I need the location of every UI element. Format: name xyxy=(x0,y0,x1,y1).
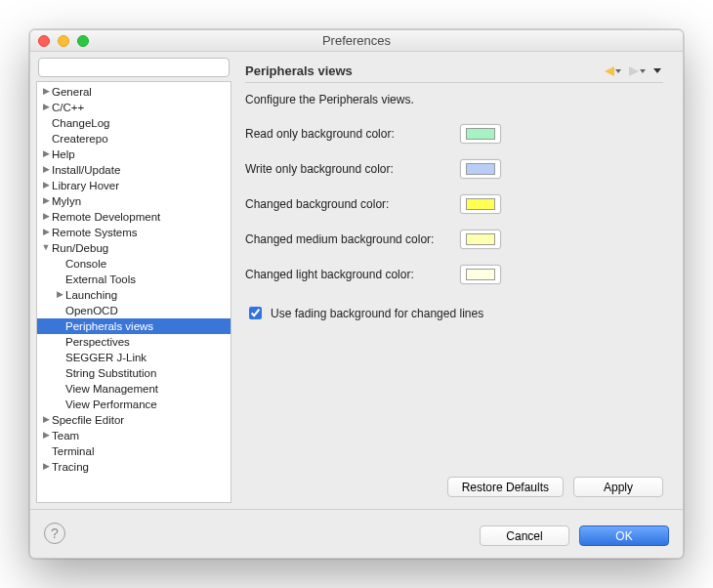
color-swatch-button[interactable] xyxy=(460,159,501,179)
content-panel: Peripherals views Configure th xyxy=(231,58,677,503)
color-swatch-button[interactable] xyxy=(460,124,501,144)
preference-tree[interactable]: ▶General▶C/C++ChangeLogCreaterepo▶Help▶I… xyxy=(36,81,231,503)
tree-item-label: View Performance xyxy=(64,399,157,410)
tree-item-label: Perspectives xyxy=(64,336,130,348)
disclosure-right-icon: ▶ xyxy=(41,102,51,111)
tree-item-label: Launching xyxy=(64,289,117,301)
disclosure-right-icon: ▶ xyxy=(41,195,51,205)
tree-item-label: Createrepo xyxy=(51,133,108,145)
tree-item[interactable]: ▶C/C++ xyxy=(37,100,231,115)
tree-item-label: Console xyxy=(64,258,106,270)
page-buttons: Restore Defaults Apply xyxy=(245,477,663,497)
tree-item[interactable]: SEGGER J-Link xyxy=(37,350,231,365)
tree-item[interactable]: String Substitution xyxy=(37,365,231,381)
tree-item[interactable]: OpenOCD xyxy=(37,303,231,318)
tree-item-label: Terminal xyxy=(51,445,94,457)
help-button[interactable]: ? xyxy=(44,523,65,544)
color-swatch-button[interactable] xyxy=(460,194,501,214)
tree-item[interactable]: ▶Specfile Editor xyxy=(37,412,231,428)
tree-item-label: General xyxy=(51,86,92,98)
ok-button[interactable]: OK xyxy=(579,525,669,546)
chevron-down-icon xyxy=(653,68,661,73)
tree-item[interactable]: Console xyxy=(37,256,231,272)
fading-checkbox[interactable] xyxy=(249,307,262,319)
titlebar: Preferences xyxy=(30,30,683,52)
chevron-down-icon xyxy=(615,69,621,73)
tree-item-label: Team xyxy=(51,430,79,441)
filter-input[interactable] xyxy=(38,58,230,77)
tree-item[interactable]: ChangeLog xyxy=(37,115,231,131)
disclosure-right-icon: ▶ xyxy=(41,86,51,96)
color-label: Changed background color: xyxy=(245,197,460,211)
page-title: Peripherals views xyxy=(245,63,353,78)
tree-item[interactable]: ▼Run/Debug xyxy=(37,240,231,256)
tree-item[interactable]: ▶Help xyxy=(37,147,231,162)
color-swatch xyxy=(466,163,495,175)
tree-item-label: Run/Debug xyxy=(51,242,108,254)
disclosure-right-icon: ▶ xyxy=(41,148,51,158)
chevron-down-icon xyxy=(640,69,646,73)
fading-checkbox-label[interactable]: Use fading background for changed lines xyxy=(271,307,483,320)
tree-item-label: ChangeLog xyxy=(51,117,109,129)
tree-item[interactable]: Createrepo xyxy=(37,131,231,147)
tree-item-label: C/C++ xyxy=(51,102,84,113)
tree-item-label: Library Hover xyxy=(51,180,119,191)
tree-item-label: String Substitution xyxy=(64,367,156,379)
color-swatch xyxy=(466,128,495,140)
tree-item[interactable]: View Performance xyxy=(37,397,231,412)
tree-item[interactable]: ▶General xyxy=(37,84,231,100)
tree-item[interactable]: ▶Mylyn xyxy=(37,193,231,209)
color-row: Changed medium background color: xyxy=(245,230,663,249)
tree-item-label: Help xyxy=(51,148,75,160)
tree-item-label: Mylyn xyxy=(51,195,81,207)
tree-item[interactable]: ▶Library Hover xyxy=(37,178,231,193)
color-label: Write only background color: xyxy=(245,162,460,176)
body: × ▶General▶C/C++ChangeLogCreaterepo▶Help… xyxy=(30,52,683,509)
tree-item[interactable]: ▶Team xyxy=(37,428,231,443)
disclosure-right-icon: ▶ xyxy=(41,461,51,471)
tree-item[interactable]: ▶Remote Development xyxy=(37,209,231,225)
color-row: Changed background color: xyxy=(245,194,663,214)
color-label: Changed light background color: xyxy=(245,268,460,281)
page-description: Configure the Peripherals views. xyxy=(245,93,663,106)
fading-checkbox-row: Use fading background for changed lines xyxy=(245,304,663,322)
tree-item-label: External Tools xyxy=(64,273,136,285)
color-swatch-button[interactable] xyxy=(460,265,501,284)
color-swatch xyxy=(466,233,495,245)
back-button[interactable] xyxy=(603,64,623,78)
tree-item[interactable]: ▶Launching xyxy=(37,287,231,303)
forward-button[interactable] xyxy=(627,64,648,78)
tree-item[interactable]: Peripherals views xyxy=(37,318,231,334)
divider xyxy=(245,82,663,83)
color-swatch xyxy=(466,269,495,280)
content-header: Peripherals views xyxy=(245,63,663,82)
disclosure-right-icon: ▶ xyxy=(41,414,51,424)
color-rows: Read only background color:Write only ba… xyxy=(245,124,663,300)
tree-item-label: Install/Update xyxy=(51,164,120,176)
disclosure-right-icon: ▶ xyxy=(41,180,51,189)
tree-item-label: Remote Systems xyxy=(51,227,138,238)
apply-button[interactable]: Apply xyxy=(573,477,663,497)
tree-item[interactable]: View Management xyxy=(37,381,231,397)
footer: ? Cancel OK xyxy=(30,509,683,558)
arrow-left-icon xyxy=(605,66,614,76)
cancel-button[interactable]: Cancel xyxy=(480,525,569,546)
tree-item[interactable]: ▶Remote Systems xyxy=(37,225,231,240)
disclosure-right-icon: ▶ xyxy=(41,164,51,174)
tree-item[interactable]: ▶Tracing xyxy=(37,459,231,475)
color-swatch xyxy=(466,198,495,210)
tree-item[interactable]: Terminal xyxy=(37,443,231,459)
tree-item[interactable]: External Tools xyxy=(37,272,231,287)
search-wrap: × xyxy=(36,58,231,81)
color-row: Changed light background color: xyxy=(245,265,663,284)
tree-item-label: SEGGER J-Link xyxy=(64,352,147,363)
preferences-window: Preferences × ▶General▶C/C++ChangeLogCre… xyxy=(29,29,684,559)
color-swatch-button[interactable] xyxy=(460,230,501,249)
page-menu-button[interactable] xyxy=(651,66,663,75)
tree-item[interactable]: Perspectives xyxy=(37,334,231,350)
nav-icons xyxy=(603,64,663,78)
arrow-right-icon xyxy=(629,66,639,76)
tree-item[interactable]: ▶Install/Update xyxy=(37,162,231,178)
color-label: Read only background color: xyxy=(245,127,460,141)
restore-defaults-button[interactable]: Restore Defaults xyxy=(447,477,564,497)
